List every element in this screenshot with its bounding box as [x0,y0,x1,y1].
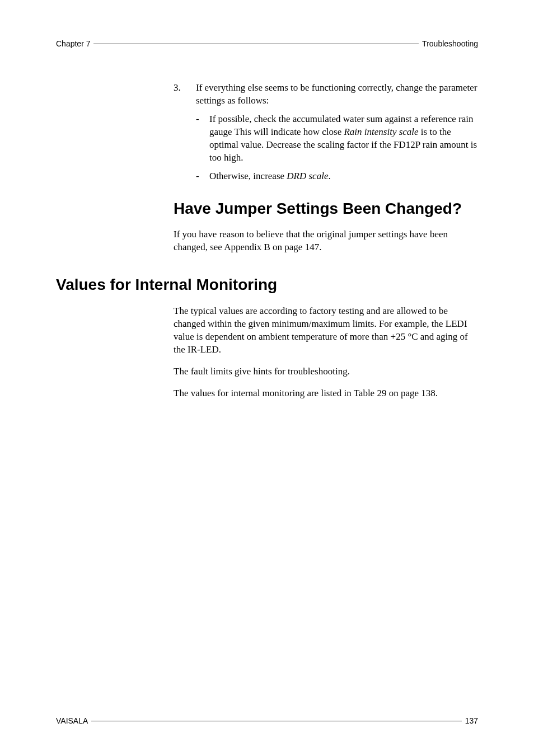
footer-page-number: 137 [463,716,478,725]
footer-brand: VAISALA [56,716,90,725]
header-rule [93,44,419,44]
heading-jumper-settings: Have Jumper Settings Been Changed? [174,199,478,218]
bullet-text: If possible, check the accumulated water… [209,113,478,165]
step-number: 3. [174,82,196,107]
bullet2-italic: DRD scale [287,171,328,181]
bullet2-prefix: Otherwise, increase [209,171,287,181]
jumper-paragraph: If you have reason to believe that the o… [174,228,478,254]
footer-rule [91,721,461,721]
dash-icon: - [196,170,209,183]
ordered-step-3: 3. If everything else seems to be functi… [174,82,478,107]
heading-internal-monitoring: Values for Internal Monitoring [56,276,478,294]
page-header: Chapter 7 Troubleshooting [56,39,478,48]
bullet-item-2: - Otherwise, increase DRD scale. [196,170,478,183]
monitoring-para-2: The fault limits give hints for troubles… [174,365,478,378]
bullet-item-1: - If possible, check the accumulated wat… [196,113,478,165]
bullet-text: Otherwise, increase DRD scale. [209,170,331,183]
header-section: Troubleshooting [420,39,478,48]
header-chapter: Chapter 7 [56,39,92,48]
page-footer: VAISALA 137 [56,716,478,725]
monitoring-para-3: The values for internal monitoring are l… [174,387,478,400]
monitoring-para-1: The typical values are according to fact… [174,305,478,356]
bullet1-italic: Rain intensity scale [344,126,418,137]
bullet2-suffix: . [328,171,330,181]
step-text: If everything else seems to be functioni… [196,82,478,107]
dash-icon: - [196,113,209,165]
